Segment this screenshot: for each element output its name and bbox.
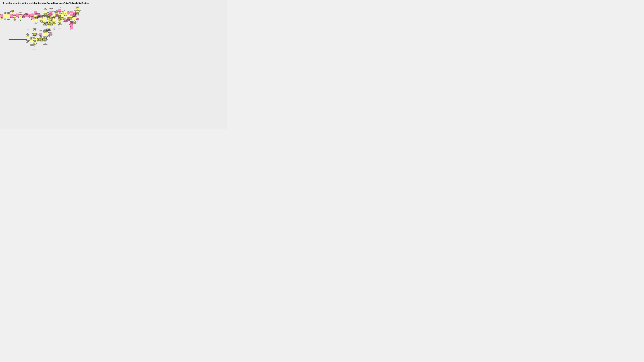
main-canvas[interactable]: EventStorming the editing workflow for h… xyxy=(0,0,227,129)
sticky-s60[interactable]: Switch from wikitext to Visual Editor xyxy=(14,16,16,19)
sticky-text-s49: Edit history logged xyxy=(67,11,70,15)
sticky-s71[interactable]: Peter: your title impacts the frame thro… xyxy=(44,32,47,36)
sticky-s49[interactable]: Edit history logged xyxy=(67,11,70,14)
sticky-s81[interactable]: It will is particularly controversial yo… xyxy=(76,11,78,14)
sticky-s12[interactable]: Edits are typed xyxy=(31,17,34,19)
sticky-text-s37: And they lived happily ever after xyxy=(58,7,61,14)
sticky-s2[interactable]: Knew that you can edit this page xyxy=(4,14,7,17)
sticky-s37[interactable]: And they lived happily ever after xyxy=(58,9,61,12)
sticky-s73[interactable]: Seve: Tons of behind the scenes rules th… xyxy=(26,35,29,38)
sticky-s77[interactable]: Will: Siloing of knowledge / perspective… xyxy=(44,38,46,41)
sticky-text-s67: Maybe there are ideas for questions here… xyxy=(58,16,62,29)
sticky-s58[interactable]: Multiple workflows for editing xyxy=(11,10,14,13)
sticky-text-s83: This is a workflow sticky note! xyxy=(37,12,41,17)
sticky-text-s57: Parser cache updated xyxy=(70,26,73,30)
sticky-s24[interactable]: User opened save dialog, causing save to… xyxy=(44,11,46,14)
sticky-s18[interactable]: I can see a case for this being at v beg… xyxy=(34,19,37,22)
sticky-text-s73: Seve: Tons of behind the scenes rules th… xyxy=(26,29,30,43)
sticky-s82[interactable]: Difference is user looks at their change… xyxy=(73,20,76,23)
sticky-s65[interactable]: There are also different paths through p… xyxy=(50,22,52,25)
sticky-s14[interactable]: Search for image from Commons xyxy=(34,11,37,14)
sticky-text-s58: Multiple workflows for editing xyxy=(10,10,14,13)
sticky-text-s66: I don't assume they do. Depends 'what' w… xyxy=(52,17,56,30)
sticky-text-s4: Logged in (protected page) xyxy=(10,14,14,18)
sticky-text-s59: Metadata for editor fetched from action … xyxy=(18,14,22,21)
sticky-s57[interactable]: Parser cache updated xyxy=(70,27,73,29)
sticky-text-s61: I might put this first xyxy=(1,16,3,22)
sticky-text-s72: Dan: wonderful to collaborate and build … xyxy=(48,31,53,39)
sticky-s59[interactable]: Metadata for editor fetched from action … xyxy=(19,16,22,19)
sticky-text-s79: Kate: learned some details about what ha… xyxy=(32,37,36,50)
sticky-text-s77: Will: Siloing of knowledge / perspective… xyxy=(42,35,48,44)
sticky-s79[interactable]: Kate: learned some details about what ha… xyxy=(33,42,36,45)
sticky-s68[interactable]: Pages can be content modeled at page lev… xyxy=(50,16,52,19)
divider-line xyxy=(8,39,27,40)
sticky-s4[interactable]: Logged in (protected page) xyxy=(10,14,13,17)
sticky-text-s18: I can see a case for this being at v beg… xyxy=(34,17,38,24)
sticky-s66[interactable]: I don't assume they do. Depends 'what' w… xyxy=(52,22,56,25)
sticky-s36[interactable]: User abandoned edit by pressing escape xyxy=(55,11,58,14)
page-title: EventStorming the editing workflow for h… xyxy=(3,2,89,4)
sticky-s67[interactable]: Maybe there are ideas for questions here… xyxy=(58,21,61,24)
sticky-s61[interactable]: I might put this first xyxy=(0,17,4,20)
sticky-s13[interactable]: Added information to the table xyxy=(31,19,34,22)
sticky-text-s2: Knew that you can edit this page xyxy=(4,12,6,20)
sticky-text-s60: Switch from wikitext to Visual Editor xyxy=(13,14,16,21)
sticky-s26[interactable]: Handled edit conflict with another user … xyxy=(50,10,52,14)
sticky-text-s68: Pages can be content modeled at page lev… xyxy=(49,14,53,21)
sticky-text-s81: It will is particularly controversial yo… xyxy=(74,7,80,18)
sticky-s72[interactable]: Dan: wonderful to collaborate and build … xyxy=(49,33,52,36)
sticky-s83[interactable]: This is a workflow sticky note! xyxy=(38,14,40,16)
sticky-text-s82: Difference is user looks at their change… xyxy=(72,16,76,27)
